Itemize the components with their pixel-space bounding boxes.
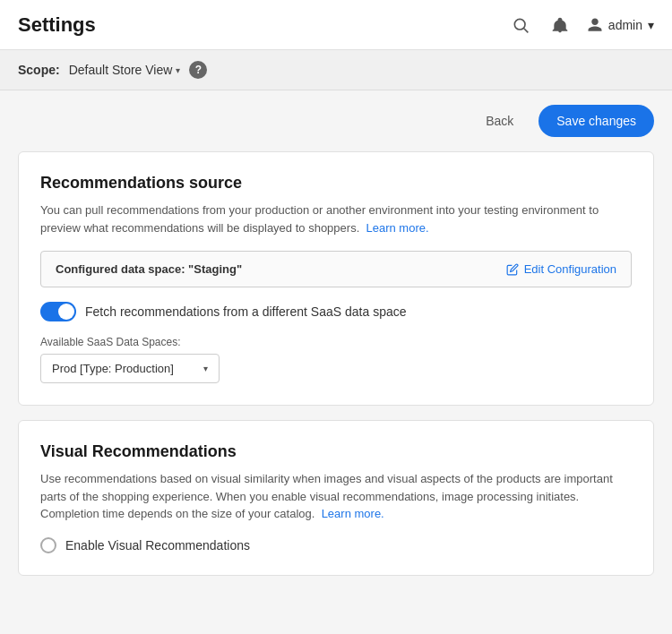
recommendations-source-card: Recommendations source You can pull reco… — [18, 151, 654, 406]
scope-store-view: Default Store View — [69, 63, 173, 77]
saas-data-spaces-label: Available SaaS Data Spaces: — [40, 336, 632, 348]
visual-recommendations-desc: Use recommendations based on visual simi… — [40, 470, 632, 523]
header: Settings admin ▾ — [0, 0, 672, 50]
user-label: admin — [608, 18, 642, 32]
enable-visual-label: Enable Visual Recommendations — [65, 538, 250, 553]
main-content: Recommendations source You can pull reco… — [0, 151, 672, 608]
search-icon — [512, 16, 530, 34]
bell-icon — [551, 16, 569, 34]
user-icon — [587, 17, 603, 33]
data-space-label: Configured data space: "Staging" — [56, 262, 242, 276]
visual-recommendations-card: Visual Recommendations Use recommendatio… — [18, 420, 654, 576]
scope-dropdown-arrow: ▾ — [176, 65, 180, 75]
fetch-toggle-label: Fetch recommendations from a different S… — [85, 304, 407, 319]
dropdown-arrow-icon: ▾ — [203, 364, 208, 373]
help-icon[interactable]: ? — [189, 61, 207, 79]
visual-recommendations-title: Visual Recommendations — [40, 442, 632, 461]
back-button[interactable]: Back — [471, 107, 528, 135]
search-button[interactable] — [508, 13, 533, 38]
action-bar: Back Save changes — [0, 90, 672, 151]
svg-point-0 — [514, 19, 525, 30]
recommendations-source-learn-more[interactable]: Learn more. — [366, 221, 428, 235]
enable-visual-radio-row: Enable Visual Recommendations — [40, 537, 632, 553]
pencil-icon — [506, 263, 519, 276]
header-icons: admin ▾ — [508, 13, 654, 38]
data-space-box: Configured data space: "Staging" Edit Co… — [40, 251, 632, 287]
edit-configuration-button[interactable]: Edit Configuration — [506, 262, 616, 276]
enable-visual-radio[interactable] — [40, 537, 56, 553]
saas-data-spaces-selected: Prod [Type: Production] — [52, 362, 174, 375]
notifications-button[interactable] — [547, 13, 573, 38]
fetch-toggle[interactable] — [40, 302, 76, 321]
user-dropdown-arrow: ▾ — [648, 18, 654, 32]
visual-recommendations-learn-more[interactable]: Learn more. — [322, 507, 384, 520]
svg-line-1 — [524, 28, 529, 32]
saas-data-spaces-dropdown[interactable]: Prod [Type: Production] ▾ — [40, 354, 220, 383]
recommendations-source-title: Recommendations source — [40, 174, 632, 193]
save-changes-button[interactable]: Save changes — [538, 105, 654, 137]
scope-label: Scope: — [18, 63, 60, 77]
scope-dropdown[interactable]: Default Store View ▾ — [69, 63, 181, 77]
recommendations-source-desc: You can pull recommendations from your p… — [40, 201, 632, 236]
user-menu[interactable]: admin ▾ — [587, 17, 654, 33]
page-title: Settings — [18, 13, 508, 37]
saas-data-spaces-group: Available SaaS Data Spaces: Prod [Type: … — [40, 336, 632, 383]
scope-bar: Scope: Default Store View ▾ ? — [0, 50, 672, 90]
fetch-toggle-row: Fetch recommendations from a different S… — [40, 302, 632, 321]
